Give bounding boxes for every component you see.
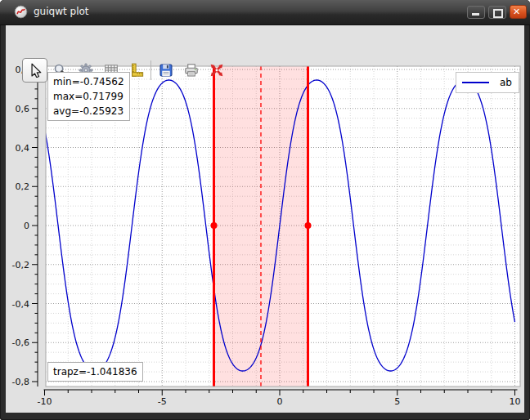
x-tick-label: 10 — [510, 396, 521, 407]
stat-min: min=-0.74562 — [53, 74, 124, 89]
stats-label: min=-0.74562 max=0.71799 avg=-0.25923 — [47, 72, 130, 121]
select-tool-button[interactable] — [22, 58, 47, 83]
printer-icon — [184, 63, 199, 78]
y-tick-label: 0 — [24, 221, 29, 231]
stat-max: max=0.71799 — [53, 89, 124, 104]
y-tick-label: -0,2 — [12, 260, 29, 270]
print-button[interactable] — [178, 58, 204, 83]
stat-avg: avg=-0.25923 — [53, 104, 124, 118]
trapz-value: trapz=-1.041836 — [53, 364, 137, 379]
floppy-disk-icon — [159, 63, 173, 78]
ruler-icon — [129, 63, 144, 78]
trapz-label: trapz=-1.041836 — [47, 362, 143, 382]
cursor-arrow-icon — [28, 63, 43, 78]
guiqwt-logo-icon — [14, 5, 28, 19]
save-button[interactable] — [153, 58, 178, 83]
x-tick-label: 0 — [277, 396, 283, 407]
red-move-arrows-icon — [209, 63, 224, 78]
maximize-button[interactable] — [488, 6, 506, 19]
x-tick-label: 5 — [394, 396, 400, 407]
app-window: 0,80,60,40,20-0,2-0,4-0,6-0,8-10-50510 m… — [0, 0, 530, 420]
y-tick-label: 0,4 — [16, 143, 30, 154]
range-handle-right[interactable] — [305, 222, 312, 229]
y-tick-label: -0,4 — [12, 299, 29, 310]
legend-line-sample — [462, 82, 489, 83]
y-tick-label: -0,6 — [12, 337, 29, 348]
window-title: guiqwt plot — [34, 6, 89, 17]
y-tick-label: 0,6 — [16, 104, 30, 114]
maximize-icon — [493, 9, 503, 18]
window-controls: ✕ — [467, 5, 527, 19]
close-button[interactable]: ✕ — [510, 5, 527, 19]
x-tick-label: -10 — [38, 396, 52, 407]
auto-fit-button[interactable] — [204, 58, 229, 83]
minimize-button[interactable] — [467, 6, 485, 19]
minimize-icon — [472, 13, 479, 16]
legend[interactable]: ab — [456, 72, 519, 93]
y-tick-label: -0,8 — [12, 377, 29, 387]
legend-entry-label: ab — [500, 77, 512, 88]
range-handle-left[interactable] — [211, 222, 218, 229]
y-tick-label: 0,2 — [16, 181, 30, 192]
toolbar-separator — [150, 60, 151, 80]
titlebar[interactable]: guiqwt plot ✕ — [0, 0, 530, 25]
x-tick-label: -5 — [158, 396, 167, 407]
close-icon: ✕ — [513, 7, 520, 17]
